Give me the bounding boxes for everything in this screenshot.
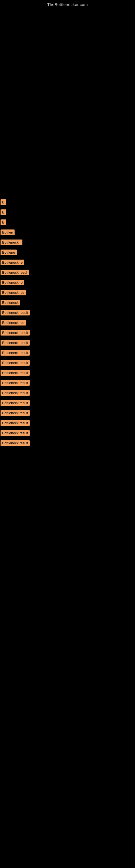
bottleneck-label-4: Bottlen xyxy=(1,229,14,235)
page-wrapper: TheBottlenecker.com B E B Bottlen Bottle… xyxy=(0,0,135,454)
list-item: Bottleneck r xyxy=(0,238,135,247)
list-item: B xyxy=(0,198,135,207)
list-item: Bottleneck re xyxy=(0,258,135,267)
bottleneck-label-5: Bottleneck r xyxy=(1,240,22,245)
bottleneck-label-6: Bottlene xyxy=(1,250,17,255)
bottleneck-label-22: Bottleneck result xyxy=(1,410,30,416)
list-item: Bottleneck result xyxy=(0,348,135,357)
list-item: E xyxy=(0,208,135,217)
bottleneck-label-1: B xyxy=(1,199,6,205)
bottleneck-label-15: Bottleneck result xyxy=(1,340,30,346)
list-item: Bottleneck resul xyxy=(0,268,135,277)
bottleneck-label-13: Bottleneck res xyxy=(1,320,26,326)
list-item: Bottleneck result xyxy=(0,418,135,428)
bottleneck-label-23: Bottleneck result xyxy=(1,420,30,426)
list-item: Bottleneck result xyxy=(0,389,135,397)
site-header: TheBottlenecker.com xyxy=(0,0,135,7)
list-item: Bottleneck res xyxy=(0,288,135,297)
bottleneck-label-20: Bottleneck result xyxy=(1,390,30,396)
list-item: Bottleneck result xyxy=(0,408,135,417)
list-item: Bottleneck res xyxy=(0,318,135,327)
bottleneck-label-2: E xyxy=(1,209,6,215)
bottleneck-label-24: Bottleneck result xyxy=(1,430,30,436)
bottleneck-label-19: Bottleneck result xyxy=(1,380,30,386)
list-item: Bottleneck re xyxy=(0,278,135,287)
bottleneck-label-9: Bottleneck re xyxy=(1,280,24,285)
bottleneck-label-18: Bottleneck result xyxy=(1,370,30,376)
bottleneck-label-16: Bottleneck result xyxy=(1,350,30,355)
list-item: Bottleneck result xyxy=(0,378,135,388)
list-item: Bottlene xyxy=(0,248,135,257)
list-item: Bottleneck result xyxy=(0,439,135,447)
bottleneck-label-7: Bottleneck re xyxy=(1,259,24,265)
list-item: Bottleneck result xyxy=(0,399,135,407)
bottleneck-label-8: Bottleneck resul xyxy=(1,270,29,275)
list-item: Bottleneck result xyxy=(0,429,135,437)
list-item: Bottleneck result xyxy=(0,368,135,377)
bottleneck-label-11: Bottleneck xyxy=(1,300,20,305)
list-item: Bottleneck result xyxy=(0,338,135,347)
bottleneck-label-12: Bottleneck result xyxy=(1,310,30,315)
list-item: Bottleneck xyxy=(0,298,135,307)
bottleneck-label-17: Bottleneck result xyxy=(1,360,30,366)
bottleneck-label-3: B xyxy=(1,219,6,225)
content-area: B E B Bottlen Bottleneck r Bottlene Bott… xyxy=(0,198,135,454)
site-title: TheBottlenecker.com xyxy=(0,0,135,7)
bottleneck-label-25: Bottleneck result xyxy=(1,440,30,446)
bottleneck-label-21: Bottleneck result xyxy=(1,400,30,406)
list-item: Bottleneck result xyxy=(0,328,135,337)
bottleneck-label-14: Bottleneck result xyxy=(1,330,30,336)
list-item: Bottleneck result xyxy=(0,308,135,317)
list-item: B xyxy=(0,218,135,227)
list-item: Bottlen xyxy=(0,228,135,237)
bottleneck-label-10: Bottleneck res xyxy=(1,290,26,296)
list-item: Bottleneck result xyxy=(0,358,135,367)
